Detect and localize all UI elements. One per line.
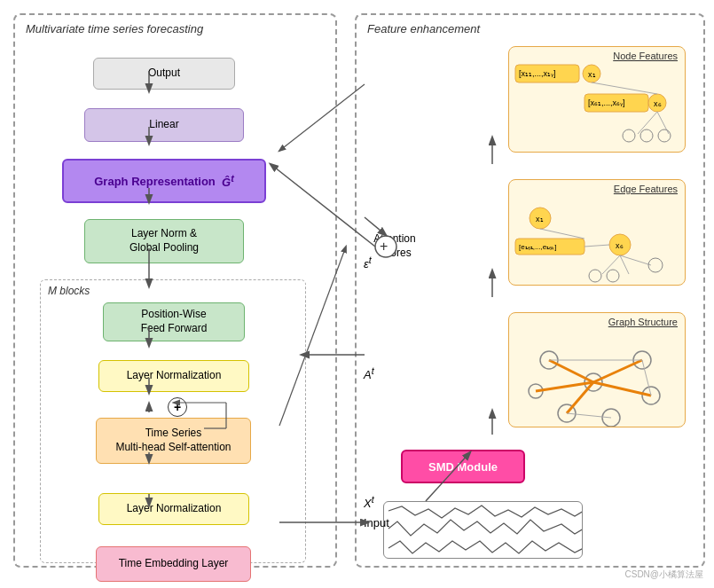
- node-features-box: Node Features [x₁₁,...,x₁ᵧ] x₁ [x₆₁,...,…: [508, 46, 686, 153]
- layer-norm-2-box: Layer Normalization: [98, 493, 249, 525]
- svg-line-42: [567, 413, 611, 418]
- plus-circle-1: +: [168, 397, 187, 417]
- svg-point-25: [589, 270, 601, 282]
- layer-norm-pool-box: Layer Norm & Global Pooling: [84, 219, 244, 263]
- svg-line-24: [620, 255, 651, 265]
- attention-scores-label: AttentionScores: [364, 232, 426, 260]
- graph-structure-box: Graph Structure: [508, 312, 686, 427]
- output-box: Output: [93, 58, 235, 90]
- svg-point-12: [640, 129, 653, 142]
- svg-text:[x₆₁,...,x₆ᵧ]: [x₆₁,...,x₆ᵧ]: [588, 98, 625, 107]
- svg-point-13: [658, 129, 671, 142]
- edge-graph-svg: x₁ [e₁₆₁,...,e₁₆ₖ] x₆: [514, 196, 682, 285]
- waveform-svg: [384, 502, 583, 559]
- svg-text:x₁: x₁: [588, 70, 596, 79]
- svg-text:x₆: x₆: [616, 241, 624, 250]
- svg-point-11: [623, 129, 635, 142]
- svg-line-39: [536, 382, 593, 391]
- svg-text:x₁: x₁: [536, 215, 544, 223]
- ts-attention-box: Time Series Multi-head Self-attention: [96, 418, 251, 464]
- right-panel: Feature enhancement Node Features [x₁₁,.…: [355, 13, 705, 568]
- m-blocks: M blocks Position-Wise Feed Forward Laye…: [40, 279, 306, 563]
- svg-text:x₆: x₆: [654, 99, 662, 108]
- svg-text:[e₁₆₁,...,e₁₆ₖ]: [e₁₆₁,...,e₁₆ₖ]: [519, 243, 556, 251]
- edge-features-title: Edge Features: [614, 184, 678, 194]
- svg-line-35: [549, 360, 593, 382]
- svg-line-36: [593, 360, 642, 382]
- node-features-title: Node Features: [613, 51, 678, 61]
- linear-box: Linear: [84, 108, 244, 142]
- svg-line-9: [638, 112, 657, 134]
- node-graph-svg: [x₁₁,...,x₁ᵧ] x₁ [x₆₁,...,x₆ᵧ] x₆: [514, 63, 682, 152]
- svg-line-37: [593, 382, 651, 396]
- left-panel: Multivariate time series forecasting Out…: [13, 13, 337, 568]
- watermark: CSDN@小橘算法屋: [625, 568, 704, 581]
- input-label: Input: [364, 516, 389, 529]
- svg-line-21: [585, 245, 609, 247]
- svg-line-18: [540, 229, 585, 239]
- epsilon-label: εt: [364, 255, 372, 270]
- left-panel-title: Multivariate time series forecasting: [26, 22, 203, 35]
- right-panel-title: Feature enhancement: [367, 22, 480, 35]
- svg-text:[x₁₁,...,x₁ᵧ]: [x₁₁,...,x₁ᵧ]: [519, 69, 556, 78]
- xt-label: Xt: [364, 494, 374, 510]
- graph-rep-box: Graph Representation Ĝt: [62, 159, 266, 203]
- graph-structure-title: Graph Structure: [608, 317, 678, 327]
- svg-line-8: [592, 82, 657, 94]
- input-waveform-box: [383, 501, 583, 559]
- svg-point-26: [607, 270, 619, 282]
- smd-module-box: SMD Module: [401, 450, 525, 483]
- time-embed-box: Time Embedding Layer: [96, 546, 251, 582]
- graph-structure-svg: [514, 329, 682, 427]
- at-label: At: [364, 365, 374, 381]
- edge-features-box: Edge Features x₁ [e₁₆₁,...,e₁₆ₖ] x₆: [508, 179, 686, 286]
- pos-wise-box: Position-Wise Feed Forward: [103, 302, 245, 341]
- m-blocks-label: M blocks: [48, 285, 90, 297]
- main-container: Multivariate time series forecasting Out…: [0, 0, 714, 588]
- layer-norm-1-box: Layer Normalization: [98, 360, 249, 392]
